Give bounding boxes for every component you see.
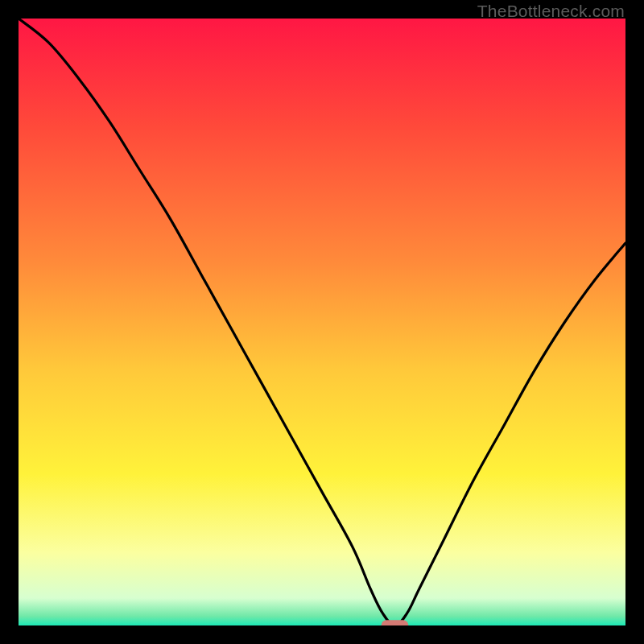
chart-frame [19,19,625,625]
chart-svg [19,19,625,625]
optimum-marker [382,620,409,625]
watermark-text: TheBottleneck.com [477,2,625,21]
gradient-background [19,19,625,625]
